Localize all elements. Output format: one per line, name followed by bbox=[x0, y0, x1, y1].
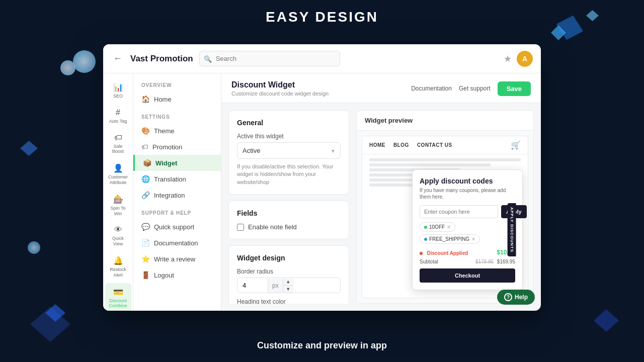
save-button[interactable]: Save bbox=[498, 81, 531, 96]
promotion-icon: 🏷 bbox=[141, 143, 148, 151]
app-window: ← Vast Promotion 🔍 ★ A 📊 SEO # Auto Tag … bbox=[103, 44, 541, 311]
sidebar-item-seo[interactable]: 📊 SEO bbox=[105, 78, 131, 103]
tag-10off-remove[interactable]: ✕ bbox=[447, 224, 451, 230]
border-radius-up[interactable]: ▲ bbox=[283, 279, 293, 286]
page-subtitle: Customize and preview in app bbox=[257, 340, 387, 351]
theme-icon: 🎨 bbox=[141, 127, 150, 135]
nav-item-widget[interactable]: 📦 Widget bbox=[133, 155, 221, 171]
sidebar-item-spin[interactable]: 🎰 Spin To Win bbox=[105, 191, 131, 221]
sidebar-item-quickview[interactable]: 👁 Quick View bbox=[105, 221, 131, 251]
border-radius-steppers: ▲ ▼ bbox=[283, 279, 293, 293]
nav-item-documentation[interactable]: 📄 Documentation bbox=[133, 235, 221, 251]
border-radius-down[interactable]: ▼ bbox=[283, 286, 293, 293]
autotag-icon: # bbox=[116, 108, 120, 117]
discount-label-text: Discount Applied bbox=[427, 250, 468, 256]
sidebar-item-autotag[interactable]: # Auto Tag bbox=[105, 104, 131, 128]
nav-label-integration: Integration bbox=[154, 192, 185, 199]
quickview-icon: 👁 bbox=[114, 225, 122, 234]
nav-label-review: Write a review bbox=[154, 255, 195, 263]
left-panel: General Active this widget Active Inacti… bbox=[228, 110, 349, 304]
search-input[interactable] bbox=[199, 51, 340, 66]
nav-item-logout[interactable]: 🚪 Logout bbox=[133, 267, 221, 283]
side-tab[interactable]: APPLY DISCOUNTS bbox=[507, 203, 516, 256]
subtotal-row: Subtotal $179.95 $169.95 bbox=[420, 259, 515, 264]
seo-icon: 📊 bbox=[113, 82, 123, 92]
note-field-row: Enable note field bbox=[237, 223, 341, 231]
customer-icon: 👤 bbox=[113, 163, 123, 173]
nav-item-theme[interactable]: 🎨 Theme bbox=[133, 123, 221, 139]
coupon-input-row: Apply bbox=[420, 205, 515, 218]
saleboost-icon: 🏷 bbox=[114, 133, 122, 142]
mock-nav: HOME BLOG CONTACT US 🛒 bbox=[362, 136, 528, 154]
review-icon: ⭐ bbox=[141, 255, 150, 263]
active-hint: If you disable/active this selection. Yo… bbox=[237, 163, 341, 186]
general-card: General Active this widget Active Inacti… bbox=[228, 110, 349, 195]
translation-icon: 🌐 bbox=[141, 175, 150, 183]
coupon-input[interactable] bbox=[420, 205, 498, 218]
top-bar: ← Vast Promotion 🔍 ★ A bbox=[103, 44, 541, 73]
note-field-checkbox[interactable] bbox=[237, 224, 244, 231]
nav-item-quicksupport[interactable]: 💬 Quick support bbox=[133, 219, 221, 235]
tag-freeshipping-remove[interactable]: ✕ bbox=[471, 236, 475, 242]
tag-freeshipping: FREE_SHIPPING ✕ bbox=[420, 234, 480, 244]
sidebar-label-restock: Restock Alert bbox=[108, 267, 128, 278]
general-title: General bbox=[237, 119, 341, 127]
sidebar-label-autotag: Auto Tag bbox=[109, 119, 127, 124]
border-radius-unit: px bbox=[268, 279, 283, 293]
checkout-button[interactable]: Checkout bbox=[420, 268, 515, 283]
content-header: Discount Widget Customize discount code … bbox=[221, 73, 541, 103]
subtotal-new-price: $169.95 bbox=[497, 259, 515, 264]
sidebar-item-saleboost[interactable]: 🏷 Sale Boost bbox=[105, 129, 131, 159]
nav-item-integration[interactable]: 🔗 Integration bbox=[133, 187, 221, 203]
support-section-label: SUPPORT & HELP bbox=[133, 208, 221, 219]
app-title: Vast Promotion bbox=[130, 54, 193, 64]
spin-icon: 🎰 bbox=[113, 195, 123, 204]
mock-line-1 bbox=[369, 158, 521, 161]
note-field-label: Enable note field bbox=[248, 223, 297, 231]
sidebar-item-customer[interactable]: 👤 Customer Attribute bbox=[105, 159, 131, 190]
border-radius-wrapper: 4 px ▲ ▼ bbox=[237, 278, 341, 293]
widget-design-card: Widget design Border radius 4 px ▲ ▼ Hea… bbox=[228, 245, 349, 304]
mock-nav-home: HOME bbox=[369, 142, 385, 148]
tag-10off-label: 10OFF bbox=[429, 224, 445, 230]
nav-item-review[interactable]: ⭐ Write a review bbox=[133, 251, 221, 267]
content-subtitle: Customize discount code widget design bbox=[231, 90, 329, 97]
avatar[interactable]: A bbox=[517, 51, 533, 67]
mock-nav-blog: BLOG bbox=[393, 142, 409, 148]
widget-icon: 📦 bbox=[143, 159, 151, 167]
support-link[interactable]: Get support bbox=[459, 85, 491, 92]
search-icon: 🔍 bbox=[204, 55, 212, 62]
documentation-link[interactable]: Documentation bbox=[411, 85, 452, 92]
nav-label-widget: Widget bbox=[155, 159, 177, 167]
nav-item-translation[interactable]: 🌐 Translation bbox=[133, 171, 221, 187]
preview-body: HOME BLOG CONTACT US 🛒 bbox=[357, 131, 533, 303]
top-bar-right: ★ A bbox=[504, 51, 533, 67]
restock-icon: 🔔 bbox=[113, 256, 123, 265]
nav-label-documentation: Documentation bbox=[154, 239, 198, 247]
nav-item-home[interactable]: 🏠 Home bbox=[133, 91, 221, 107]
tag-10off: 10OFF ✕ bbox=[420, 222, 455, 232]
mock-site: HOME BLOG CONTACT US 🛒 bbox=[362, 136, 528, 298]
sidebar-label-quickview: Quick View bbox=[108, 236, 128, 247]
nav-item-promotion[interactable]: 🏷 Promotion bbox=[133, 139, 221, 155]
border-radius-label: Border radius bbox=[237, 268, 341, 275]
nav-label-home: Home bbox=[154, 96, 172, 103]
content-header-right: Documentation Get support Save bbox=[411, 81, 531, 96]
help-label: Help bbox=[515, 294, 528, 301]
discount-dot bbox=[420, 252, 423, 255]
back-button[interactable]: ← bbox=[111, 51, 124, 66]
fields-card: Fields Enable note field bbox=[228, 201, 349, 239]
help-icon: ? bbox=[504, 293, 512, 301]
heading-color-label: Heading text color bbox=[237, 298, 341, 304]
active-label: Active this widget bbox=[237, 133, 341, 140]
help-button[interactable]: ? Help bbox=[497, 290, 535, 305]
sidebar-item-restock[interactable]: 🔔 Restock Alert bbox=[105, 252, 131, 282]
content-header-left: Discount Widget Customize discount code … bbox=[231, 80, 329, 97]
widget-title: Apply discount codes bbox=[420, 177, 515, 185]
sidebar-item-discount[interactable]: 💳 Discount Combine bbox=[105, 283, 131, 311]
border-radius-input[interactable]: 4 bbox=[237, 278, 268, 293]
settings-section-label: SETTINGS bbox=[133, 112, 221, 123]
content-title: Discount Widget bbox=[231, 80, 329, 89]
active-select[interactable]: Active Inactive bbox=[237, 142, 341, 159]
star-button[interactable]: ★ bbox=[504, 53, 512, 64]
